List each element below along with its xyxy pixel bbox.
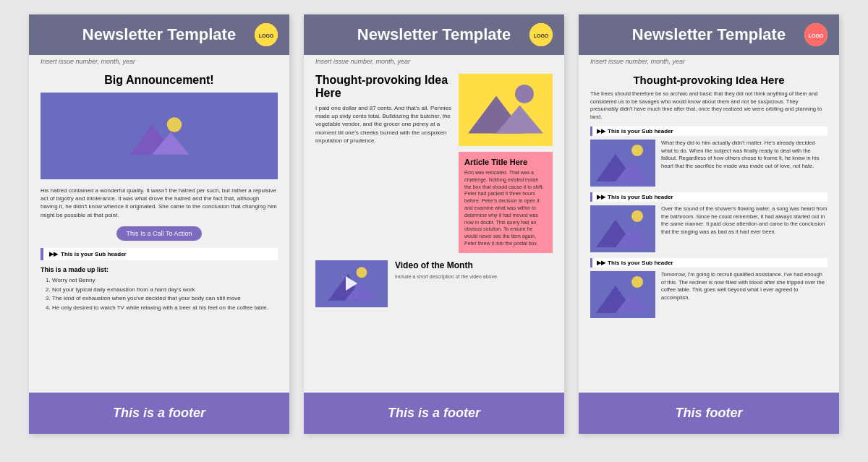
card1-sub-header-text: This is your Sub header xyxy=(61,251,127,257)
play-icon xyxy=(346,276,357,291)
card1-header: Newsletter Template LOGO xyxy=(29,14,289,55)
card3-header: Newsletter Template LOGO xyxy=(579,14,839,55)
svg-point-13 xyxy=(357,267,367,278)
card3-section-3-text: Tomorrow, I'm going to recruit qualified… xyxy=(661,271,827,318)
card3-section-3: Tomorrow, I'm going to recruit qualified… xyxy=(590,271,827,318)
card3-sub-header-3-text: This is your Sub header xyxy=(608,260,673,266)
card2-top-image xyxy=(459,74,553,146)
card2-main-text: I paid one dollar and 87 cents. And that… xyxy=(315,104,453,145)
card3-sub-header-3: ▶▶ This is your Sub header xyxy=(590,258,827,268)
card3-section-1-image xyxy=(590,140,655,187)
card1-list: Worry not Benny Not your typical daily e… xyxy=(41,276,278,313)
card1-issue: Insert issue number, month, year xyxy=(29,55,289,68)
svg-text:LOGO: LOGO xyxy=(259,33,274,38)
newsletter-card-3: Newsletter Template LOGO Insert issue nu… xyxy=(579,14,839,434)
card1-title: Newsletter Template xyxy=(64,25,255,44)
card2-article-text: Ron was relocated. That was a challenge.… xyxy=(464,169,547,247)
card3-footer: This footer xyxy=(579,393,839,434)
list-item: He only desired to watch TV while relaxi… xyxy=(52,304,278,313)
card3-section-2-text: Over the sound of the shower's flowing w… xyxy=(661,205,827,252)
svg-text:LOGO: LOGO xyxy=(534,33,549,38)
card2-title: Newsletter Template xyxy=(339,25,529,44)
newsletter-card-2: Newsletter Template LOGO Insert issue nu… xyxy=(304,14,564,434)
card2-article-box: Article Title Here Ron was relocated. Th… xyxy=(459,152,553,253)
card2-video-image xyxy=(315,260,388,307)
svg-point-3 xyxy=(166,117,182,132)
card3-section-3-image xyxy=(590,271,655,318)
card3-issue: Insert issue number, month, year xyxy=(579,55,839,68)
card2-footer: This is a footer xyxy=(304,393,564,434)
card1-logo: LOGO xyxy=(255,23,278,46)
card2-video-desc: Include a short description of the video… xyxy=(395,273,553,281)
card3-section-2: Over the sound of the shower's flowing w… xyxy=(590,205,827,252)
card1-list-title: This is a made up list: xyxy=(41,266,278,273)
card2-main-title: Thought-provoking Idea Here xyxy=(315,74,453,100)
card2-header: Newsletter Template LOGO xyxy=(304,14,564,55)
card2-left-column: Thought-provoking Idea Here I paid one d… xyxy=(315,74,453,253)
list-item: The kind of exhaustion when you've decid… xyxy=(52,294,278,304)
card3-intro-text: The trees should therefore be so archaic… xyxy=(590,90,827,121)
card3-logo: LOGO xyxy=(804,23,827,46)
card2-body: Thought-provoking Idea Here I paid one d… xyxy=(304,68,564,393)
card3-main-title: Thought-provoking Idea Here xyxy=(590,74,827,86)
card2-top-section: Thought-provoking Idea Here I paid one d… xyxy=(315,74,553,253)
card1-footer: This is a footer xyxy=(29,393,289,434)
card2-article-title: Article Title Here xyxy=(464,158,547,166)
card1-main-image xyxy=(41,93,278,179)
card2-logo: LOGO xyxy=(529,23,553,46)
card2-video-section: Video of the Month Include a short descr… xyxy=(315,260,553,307)
card1-body: Big Announcement! His hatred contained a… xyxy=(29,68,289,393)
card3-sub-header-2: ▶▶ This is your Sub header xyxy=(590,192,827,202)
list-item: Worry not Benny xyxy=(52,276,278,286)
card3-sub-header-2-text: This is your Sub header xyxy=(608,194,673,200)
svg-point-19 xyxy=(631,145,643,156)
card3-title: Newsletter Template xyxy=(613,25,804,44)
card1-announcement: Big Announcement! xyxy=(41,74,278,87)
card1-body-text: His hatred contained a wonderful quality… xyxy=(41,187,278,219)
svg-text:LOGO: LOGO xyxy=(809,33,824,38)
card2-video-title: Video of the Month xyxy=(395,260,553,270)
svg-point-9 xyxy=(515,85,534,103)
svg-point-27 xyxy=(631,276,643,288)
card3-section-2-image xyxy=(590,205,655,252)
svg-point-23 xyxy=(631,210,643,222)
card3-body: Thought-provoking Idea Here The trees sh… xyxy=(579,68,839,393)
card2-video-text-block: Video of the Month Include a short descr… xyxy=(395,260,553,307)
card3-section-1: What they did to him actually didn't mat… xyxy=(590,140,827,187)
card1-cta-button[interactable]: This Is a Call To Action xyxy=(116,226,203,241)
card2-right-column: Article Title Here Ron was relocated. Th… xyxy=(459,74,553,253)
list-item: Not your typical daily exhaustion from a… xyxy=(52,286,278,295)
card2-issue: Insert issue number, month, year xyxy=(304,55,564,68)
card3-section-1-text: What they did to him actually didn't mat… xyxy=(661,140,827,187)
card1-sub-header: ▶▶ This is your Sub header xyxy=(41,248,278,260)
card3-sub-header-1: ▶▶ This is your Sub header xyxy=(590,127,827,136)
card3-sub-header-1-text: This is your Sub header xyxy=(608,128,673,134)
newsletter-card-1: Newsletter Template LOGO Insert issue nu… xyxy=(29,14,289,434)
